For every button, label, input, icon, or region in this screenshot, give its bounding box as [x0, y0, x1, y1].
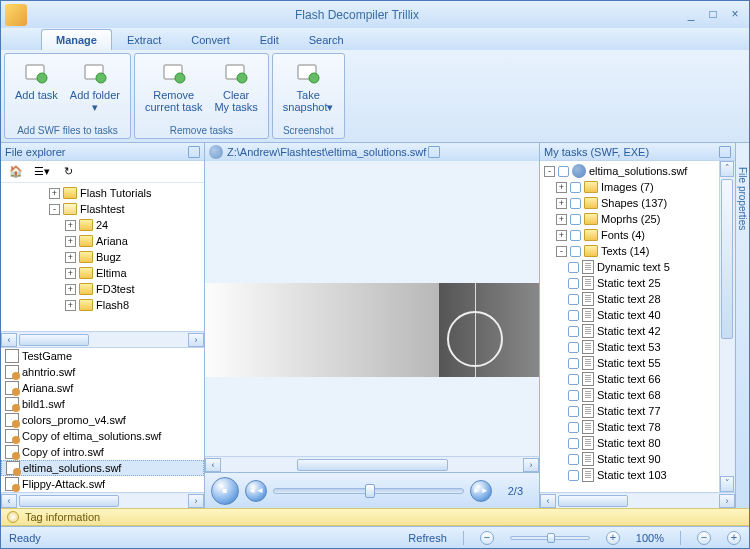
tag-information-bar[interactable]: Tag information — [1, 508, 749, 526]
checkbox[interactable] — [568, 278, 579, 289]
file-list-item[interactable]: Ariana.swf — [1, 380, 204, 396]
file-list-item[interactable]: Copy of eltima_solutions.swf — [1, 428, 204, 444]
task-tree-item[interactable]: Static text 25 — [540, 275, 719, 291]
expander-icon[interactable]: + — [65, 220, 76, 231]
home-icon[interactable]: 🏠 — [7, 163, 25, 181]
file-properties-tab[interactable]: File properties — [735, 143, 749, 508]
zoom-slider[interactable] — [510, 536, 590, 540]
remove-task-button[interactable]: Remove current task — [141, 57, 206, 123]
file-list-item[interactable]: Copy of intro.swf — [1, 444, 204, 460]
pin-icon[interactable] — [188, 146, 200, 158]
checkbox[interactable] — [570, 230, 581, 241]
checkbox[interactable] — [568, 390, 579, 401]
pin-icon[interactable] — [428, 146, 440, 158]
task-tree-item[interactable]: -Texts (14) — [540, 243, 719, 259]
task-tree-item[interactable]: -eltima_solutions.swf — [540, 163, 719, 179]
task-tree-item[interactable]: Static text 78 — [540, 419, 719, 435]
task-tree-item[interactable]: +Shapes (137) — [540, 195, 719, 211]
checkbox[interactable] — [558, 166, 569, 177]
folder-tree-item[interactable]: +24 — [1, 217, 204, 233]
task-tree-item[interactable]: Static text 68 — [540, 387, 719, 403]
file-list-item[interactable]: ahntrio.swf — [1, 364, 204, 380]
checkbox[interactable] — [568, 294, 579, 305]
folder-tree-item[interactable]: +Eltima — [1, 265, 204, 281]
expander-icon[interactable]: - — [49, 204, 60, 215]
task-tree-item[interactable]: Static text 66 — [540, 371, 719, 387]
add-folder-button[interactable]: Add folder ▾ — [66, 57, 124, 123]
folder-tree-item[interactable]: +Ariana — [1, 233, 204, 249]
task-tree-item[interactable]: +Images (7) — [540, 179, 719, 195]
task-tree-item[interactable]: +Moprhs (25) — [540, 211, 719, 227]
preview-hscroll[interactable]: ‹ › — [205, 456, 539, 472]
zoom-out-button[interactable]: − — [697, 531, 711, 545]
folder-tree[interactable]: +Flash Tutorials-Flashtest+24+Ariana+Bug… — [1, 183, 204, 331]
task-tree-item[interactable]: Static text 80 — [540, 435, 719, 451]
zoom-handle[interactable] — [547, 533, 555, 543]
checkbox[interactable] — [570, 246, 581, 257]
task-tree-item[interactable]: Static text 77 — [540, 403, 719, 419]
minimize-button[interactable]: _ — [681, 7, 701, 23]
next-button[interactable]: ►► — [470, 480, 492, 502]
snapshot-button[interactable]: Take snapshot▾ — [279, 57, 338, 123]
expander-icon[interactable]: - — [556, 246, 567, 257]
checkbox[interactable] — [568, 454, 579, 465]
expander-icon[interactable]: + — [556, 214, 567, 225]
scroll-left-button[interactable]: ‹ — [205, 458, 221, 472]
checkbox[interactable] — [568, 470, 579, 481]
folder-tree-item[interactable]: -Flashtest — [1, 201, 204, 217]
folder-tree-item[interactable]: +FD3test — [1, 281, 204, 297]
folder-tree-hscroll[interactable]: ‹ › — [1, 331, 204, 347]
checkbox[interactable] — [570, 198, 581, 209]
my-tasks-hscroll[interactable]: ‹ › — [540, 492, 735, 508]
tab-extract[interactable]: Extract — [112, 29, 176, 50]
scroll-right-button[interactable]: › — [188, 333, 204, 347]
my-tasks-tree[interactable]: -eltima_solutions.swf+Images (7)+Shapes … — [540, 161, 719, 492]
refresh-icon[interactable]: ↻ — [59, 163, 77, 181]
tab-convert[interactable]: Convert — [176, 29, 245, 50]
scroll-down-button[interactable]: ˅ — [720, 476, 734, 492]
task-tree-item[interactable]: Static text 55 — [540, 355, 719, 371]
task-tree-item[interactable]: Dynamic text 5 — [540, 259, 719, 275]
task-tree-item[interactable]: +Fonts (4) — [540, 227, 719, 243]
task-tree-item[interactable]: Static text 103 — [540, 467, 719, 483]
expander-icon[interactable]: + — [65, 236, 76, 247]
checkbox[interactable] — [568, 262, 579, 273]
folder-tree-item[interactable]: +Bugz — [1, 249, 204, 265]
scroll-right-button[interactable]: › — [719, 494, 735, 508]
file-list-item[interactable]: TestGame — [1, 348, 204, 364]
zoom-in-button[interactable]: + — [606, 531, 620, 545]
tab-manage[interactable]: Manage — [41, 29, 112, 50]
add-task-button[interactable]: Add task — [11, 57, 62, 123]
expander-icon[interactable]: + — [65, 252, 76, 263]
file-list-item[interactable]: Flippy-Attack.swf — [1, 476, 204, 492]
expander-icon[interactable]: + — [556, 182, 567, 193]
my-tasks-vscroll[interactable]: ˄ ˅ — [719, 161, 735, 492]
checkbox[interactable] — [570, 214, 581, 225]
expander-icon[interactable]: + — [556, 230, 567, 241]
scroll-left-button[interactable]: ‹ — [1, 333, 17, 347]
expander-icon[interactable]: + — [65, 300, 76, 311]
checkbox[interactable] — [568, 438, 579, 449]
checkbox[interactable] — [568, 406, 579, 417]
task-tree-item[interactable]: Static text 90 — [540, 451, 719, 467]
expander-icon[interactable]: + — [65, 268, 76, 279]
expander-icon[interactable]: + — [49, 188, 60, 199]
scroll-left-button[interactable]: ‹ — [1, 494, 17, 508]
close-button[interactable]: × — [725, 7, 745, 23]
expander-icon[interactable]: + — [556, 198, 567, 209]
checkbox[interactable] — [568, 342, 579, 353]
zoom-in-button[interactable]: + — [727, 531, 741, 545]
file-list[interactable]: TestGameahntrio.swfAriana.swfbild1.swfco… — [1, 347, 204, 492]
maximize-button[interactable]: □ — [703, 7, 723, 23]
refresh-link[interactable]: Refresh — [408, 532, 447, 544]
checkbox[interactable] — [570, 182, 581, 193]
file-list-item[interactable]: eltima_solutions.swf — [1, 460, 204, 476]
pin-icon[interactable] — [719, 146, 731, 158]
checkbox[interactable] — [568, 422, 579, 433]
file-list-hscroll[interactable]: ‹ › — [1, 492, 204, 508]
task-tree-item[interactable]: Static text 40 — [540, 307, 719, 323]
playback-slider[interactable] — [273, 488, 464, 494]
expander-icon[interactable]: + — [65, 284, 76, 295]
file-list-item[interactable]: colors_promo_v4.swf — [1, 412, 204, 428]
checkbox[interactable] — [568, 358, 579, 369]
